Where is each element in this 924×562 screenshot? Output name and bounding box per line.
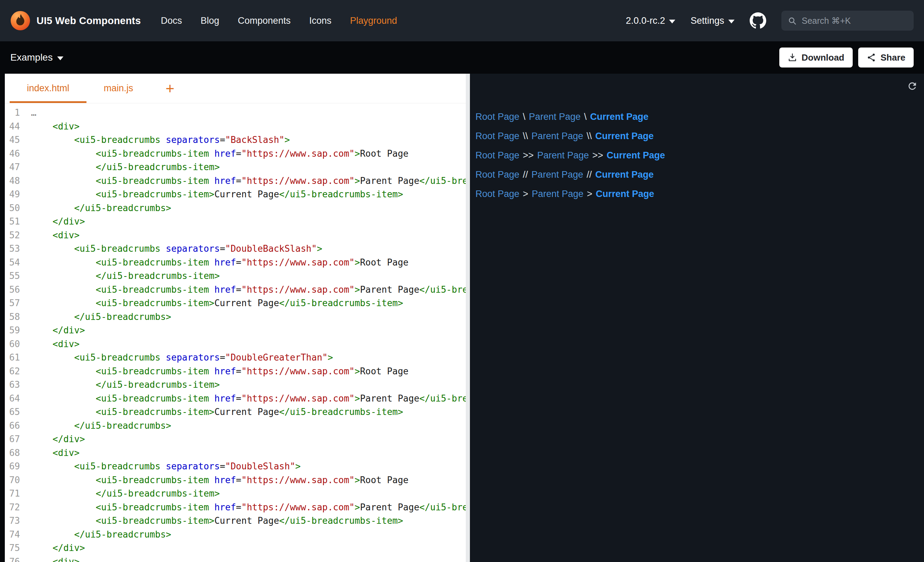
line-content: </div> <box>31 215 466 229</box>
code-line: 64 <ui5-breadcrumbs-item href="https://w… <box>5 392 466 406</box>
download-button[interactable]: Download <box>779 48 853 67</box>
line-number: 47 <box>5 160 31 174</box>
line-content: <ui5-breadcrumbs-item>Current Page</ui5-… <box>31 188 466 201</box>
search-icon <box>788 16 797 25</box>
breadcrumb-current: Current Page <box>596 169 654 180</box>
line-number: 59 <box>5 324 31 337</box>
code-line: 66 </ui5-breadcrumbs> <box>5 419 466 433</box>
breadcrumb-current: Current Page <box>596 131 654 141</box>
version-menu[interactable]: 2.0.0-rc.2 <box>626 15 675 26</box>
code-line: 60 <div> <box>5 337 466 351</box>
brand[interactable]: UI5 Web Components <box>10 10 141 31</box>
line-content: </ui5-breadcrumbs> <box>31 201 466 215</box>
download-icon <box>788 53 797 62</box>
breadcrumb-separator: \\ <box>523 131 528 141</box>
line-content: <div> <box>31 555 466 562</box>
breadcrumb-link[interactable]: Parent Page <box>537 150 589 160</box>
nav-link-playground[interactable]: Playground <box>350 15 397 26</box>
code-line: 68 <div> <box>5 446 466 460</box>
breadcrumb-separator: // <box>587 169 592 180</box>
add-tab-button[interactable]: + <box>157 74 184 103</box>
breadcrumb-BackSlash: Root Page\Parent Page\Current Page <box>476 111 918 123</box>
line-number: 75 <box>5 541 31 555</box>
line-content: <div> <box>31 446 466 460</box>
line-content: … <box>31 106 466 120</box>
line-number: 69 <box>5 460 31 474</box>
line-content: </ui5-breadcrumbs> <box>31 310 466 324</box>
refresh-icon[interactable] <box>907 81 918 91</box>
line-number: 72 <box>5 501 31 514</box>
code-line: 56 <ui5-breadcrumbs-item href="https://w… <box>5 283 466 297</box>
line-number: 63 <box>5 378 31 392</box>
code-line: 73 <ui5-breadcrumbs-item>Current Page</u… <box>5 514 466 528</box>
nav-link-icons[interactable]: Icons <box>309 15 332 26</box>
breadcrumb-link[interactable]: Root Page <box>476 112 519 122</box>
breadcrumb-link[interactable]: Parent Page <box>529 112 580 122</box>
code-line: 49 <ui5-breadcrumbs-item>Current Page</u… <box>5 188 466 201</box>
settings-menu[interactable]: Settings <box>690 15 735 26</box>
line-number: 52 <box>5 229 31 243</box>
brand-title[interactable]: UI5 Web Components <box>36 15 141 27</box>
line-number: 48 <box>5 174 31 188</box>
breadcrumb-link[interactable]: Parent Page <box>532 189 583 199</box>
examples-menu[interactable]: Examples <box>10 52 63 63</box>
code-line: 57 <ui5-breadcrumbs-item>Current Page</u… <box>5 297 466 310</box>
chevron-down-icon <box>57 57 63 60</box>
breadcrumb-DoubleGreaterThan: Root Page>>Parent Page>>Current Page <box>476 150 918 162</box>
search-input[interactable] <box>801 15 908 26</box>
breadcrumb-link[interactable]: Parent Page <box>532 131 583 141</box>
editor-tabbar: index.htmlmain.js+ <box>5 74 466 103</box>
search-box[interactable] <box>782 10 914 31</box>
github-icon[interactable] <box>750 12 766 29</box>
code-area[interactable]: 1…44 <div>45 <ui5-breadcrumbs separators… <box>5 103 466 562</box>
share-icon <box>867 53 876 62</box>
breadcrumb-current: Current Page <box>596 189 654 199</box>
breadcrumb-link[interactable]: Root Page <box>476 131 519 141</box>
nav-link-docs[interactable]: Docs <box>161 15 182 26</box>
breadcrumb-current: Current Page <box>590 112 649 122</box>
line-number: 71 <box>5 487 31 501</box>
split-resizer[interactable] <box>466 74 470 562</box>
line-content: <ui5-breadcrumbs-item href="https://www.… <box>31 365 466 378</box>
line-content: <div> <box>31 120 466 133</box>
download-label: Download <box>802 52 844 63</box>
code-line: 71 </ui5-breadcrumbs-item> <box>5 487 466 501</box>
line-content: <ui5-breadcrumbs separators="DoubleGreat… <box>31 351 466 365</box>
breadcrumb-link[interactable]: Root Page <box>476 189 519 199</box>
line-content: </ui5-breadcrumbs> <box>31 528 466 542</box>
breadcrumb-separator: > <box>587 189 592 199</box>
line-content: </div> <box>31 433 466 446</box>
breadcrumb-link[interactable]: Root Page <box>476 150 519 160</box>
content-split: index.htmlmain.js+ 1…44 <div>45 <ui5-bre… <box>0 74 924 562</box>
nav-link-components[interactable]: Components <box>238 15 290 26</box>
ui5-logo-icon <box>10 10 30 31</box>
code-line: 58 </ui5-breadcrumbs> <box>5 310 466 324</box>
breadcrumb-separator: >> <box>592 150 603 160</box>
line-content: <ui5-breadcrumbs-item>Current Page</ui5-… <box>31 405 466 419</box>
line-content: </ui5-breadcrumbs-item> <box>31 269 466 283</box>
code-line: 48 <ui5-breadcrumbs-item href="https://w… <box>5 174 466 188</box>
line-content: <ui5-breadcrumbs-item>Current Page</ui5-… <box>31 514 466 528</box>
line-content: </ui5-breadcrumbs-item> <box>31 487 466 501</box>
line-number: 64 <box>5 392 31 406</box>
code-line: 63 </ui5-breadcrumbs-item> <box>5 378 466 392</box>
navbar-right: 2.0.0-rc.2 Settings <box>626 10 914 31</box>
share-button[interactable]: Share <box>858 48 914 67</box>
line-content: <ui5-breadcrumbs separators="DoubleSlash… <box>31 460 466 474</box>
code-line: 69 <ui5-breadcrumbs separators="DoubleSl… <box>5 460 466 474</box>
breadcrumb-link[interactable]: Root Page <box>476 169 519 180</box>
line-number: 67 <box>5 433 31 446</box>
editor-tab-main.js[interactable]: main.js <box>87 74 150 103</box>
editor-tab-index.html[interactable]: index.html <box>10 74 87 103</box>
line-content: </ui5-breadcrumbs-item> <box>31 160 466 174</box>
breadcrumb-separator: > <box>523 189 528 199</box>
nav-link-blog[interactable]: Blog <box>201 15 219 26</box>
code-line: 1… <box>5 106 466 120</box>
line-number: 57 <box>5 297 31 310</box>
code-line: 65 <ui5-breadcrumbs-item>Current Page</u… <box>5 405 466 419</box>
code-line: 47 </ui5-breadcrumbs-item> <box>5 160 466 174</box>
breadcrumb-link[interactable]: Parent Page <box>532 169 583 180</box>
line-number: 65 <box>5 405 31 419</box>
line-number: 53 <box>5 242 31 256</box>
version-label: 2.0.0-rc.2 <box>626 15 665 26</box>
